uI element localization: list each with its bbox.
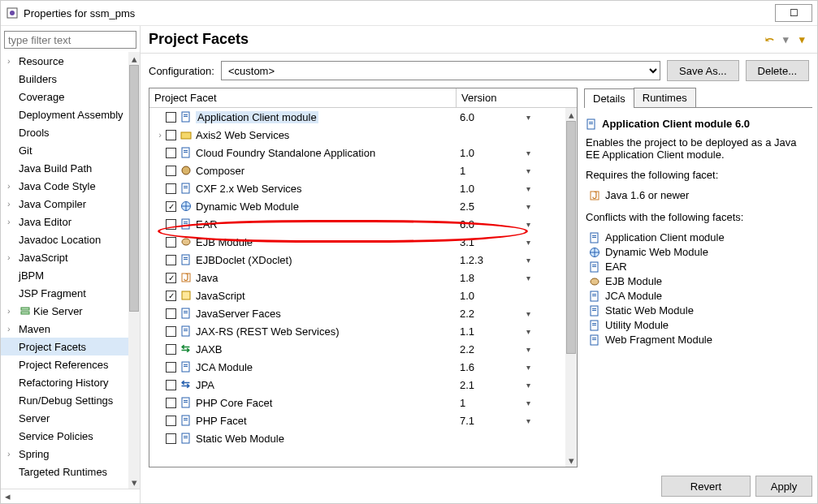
facet-checkbox[interactable] xyxy=(166,326,176,337)
version-dropdown-icon[interactable]: ▾ xyxy=(522,309,565,318)
version-dropdown-icon[interactable]: ▾ xyxy=(522,256,565,265)
facet-row[interactable]: JavaServer Faces2.2▾ xyxy=(149,304,565,322)
facet-checkbox[interactable] xyxy=(166,380,176,390)
version-dropdown-icon[interactable]: ▾ xyxy=(522,238,565,247)
nav-item[interactable]: Drools xyxy=(1,123,128,141)
facet-checkbox[interactable] xyxy=(166,255,176,265)
nav-scrollbar[interactable]: ▴ ▾ xyxy=(128,52,140,489)
nav-item[interactable]: Project Facets xyxy=(1,338,128,355)
nav-item[interactable]: Refactoring History xyxy=(1,373,128,391)
facet-checkbox[interactable] xyxy=(166,273,176,283)
nav-item[interactable]: ›Java Code Style xyxy=(1,177,128,195)
facet-column-version[interactable]: Version xyxy=(457,88,577,107)
facet-row[interactable]: JJava1.8▾ xyxy=(149,269,565,286)
version-dropdown-icon[interactable]: ▾ xyxy=(522,202,565,211)
facet-checkbox[interactable] xyxy=(166,416,176,426)
facet-row[interactable]: ⇆JAXB2.2▾ xyxy=(149,340,565,358)
facet-row[interactable]: Dynamic Web Module2.5▾ xyxy=(149,197,565,215)
facet-checkbox[interactable] xyxy=(166,308,176,319)
apply-button[interactable]: Apply xyxy=(755,476,812,497)
nav-item[interactable]: Deployment Assembly xyxy=(1,106,128,123)
facet-row[interactable]: PHP Core Facet1▾ xyxy=(149,394,565,411)
facet-row[interactable]: JavaScript1.0 xyxy=(149,286,565,304)
nav-item[interactable]: Run/Debug Settings xyxy=(1,391,128,409)
nav-item[interactable]: ›Java Compiler xyxy=(1,195,128,213)
nav-item[interactable]: ›JavaScript xyxy=(1,248,128,266)
nav-item[interactable]: ›Kie Server xyxy=(1,302,128,320)
version-dropdown-icon[interactable]: ▾ xyxy=(522,363,565,372)
facet-row[interactable]: Application Client module6.0▾ xyxy=(149,108,565,126)
nav-item[interactable]: ›Resource xyxy=(1,52,128,70)
facet-checkbox[interactable] xyxy=(166,291,176,301)
scroll-up-icon[interactable]: ▴ xyxy=(128,52,140,65)
facet-row[interactable]: Cloud Foundry Standalone Application1.0▾ xyxy=(149,144,565,162)
tab-details[interactable]: Details xyxy=(584,88,634,108)
scroll-thumb[interactable] xyxy=(566,121,576,354)
facet-scrollbar[interactable]: ▴ ▾ xyxy=(565,108,577,467)
facet-checkbox[interactable] xyxy=(166,398,176,408)
nav-item[interactable]: ›Maven xyxy=(1,320,128,338)
version-dropdown-icon[interactable]: ▾ xyxy=(522,398,565,407)
facet-checkbox[interactable] xyxy=(166,362,176,373)
version-dropdown-icon[interactable]: ▾ xyxy=(522,381,565,390)
nav-item[interactable]: Coverage xyxy=(1,88,128,106)
facet-column-name[interactable]: Project Facet xyxy=(149,88,457,107)
nav-item[interactable]: ›Spring xyxy=(1,445,128,463)
version-dropdown-icon[interactable]: ▾ xyxy=(522,184,565,193)
nav-item[interactable]: Git xyxy=(1,141,128,159)
facet-checkbox[interactable] xyxy=(166,148,176,158)
version-dropdown-icon[interactable]: ▾ xyxy=(522,166,565,175)
facet-row[interactable]: ›Axis2 Web Services xyxy=(149,126,565,144)
facet-row[interactable]: Static Web Module xyxy=(149,429,565,447)
facet-row[interactable]: ⇆JPA2.1▾ xyxy=(149,376,565,394)
delete-button[interactable]: Delete... xyxy=(746,60,809,81)
version-dropdown-icon[interactable]: ▾ xyxy=(522,327,565,336)
nav-item[interactable]: Targeted Runtimes xyxy=(1,463,128,480)
facet-row[interactable]: PHP Facet7.1▾ xyxy=(149,411,565,429)
facet-row[interactable]: JAX-RS (REST Web Services)1.1▾ xyxy=(149,322,565,340)
facet-checkbox[interactable] xyxy=(166,201,176,212)
save-as-button[interactable]: Save As... xyxy=(667,60,739,81)
facet-checkbox[interactable] xyxy=(166,166,176,176)
hscroll-left-icon[interactable]: ◂ xyxy=(1,490,14,502)
facet-checkbox[interactable] xyxy=(166,112,176,123)
tab-runtimes[interactable]: Runtimes xyxy=(634,88,696,107)
facet-checkbox[interactable] xyxy=(166,219,176,230)
version-dropdown-icon[interactable]: ▾ xyxy=(522,416,565,425)
facet-row[interactable]: JCA Module1.6▾ xyxy=(149,358,565,376)
revert-button[interactable]: Revert xyxy=(661,476,751,497)
nav-item[interactable]: Service Policies xyxy=(1,427,128,445)
version-dropdown-icon[interactable]: ▾ xyxy=(522,113,565,122)
scroll-thumb[interactable] xyxy=(129,65,139,312)
version-dropdown-icon[interactable]: ▾ xyxy=(522,345,565,354)
facet-checkbox[interactable] xyxy=(166,237,176,248)
facet-row[interactable]: EJB Module3.1▾ xyxy=(149,233,565,251)
facet-row[interactable]: CXF 2.x Web Services1.0▾ xyxy=(149,179,565,197)
nav-item[interactable]: Project References xyxy=(1,355,128,373)
facet-checkbox[interactable] xyxy=(166,344,176,355)
version-dropdown-icon[interactable]: ▾ xyxy=(522,220,565,229)
history-back-icon[interactable]: ⤺ xyxy=(762,32,777,47)
history-forward-icon[interactable]: ▾ xyxy=(778,32,793,47)
window-maximize-button[interactable]: ☐ xyxy=(775,4,812,22)
facet-row[interactable]: EAR6.0▾ xyxy=(149,215,565,233)
scroll-down-icon[interactable]: ▾ xyxy=(128,476,140,489)
facet-checkbox[interactable] xyxy=(166,183,176,194)
facet-checkbox[interactable] xyxy=(166,433,176,444)
nav-item[interactable]: Server xyxy=(1,409,128,427)
version-dropdown-icon[interactable]: ▾ xyxy=(522,274,565,282)
facet-row[interactable]: Composer1▾ xyxy=(149,162,565,179)
version-dropdown-icon[interactable]: ▾ xyxy=(522,149,565,157)
nav-item[interactable]: jBPM xyxy=(1,266,128,284)
nav-item[interactable]: Javadoc Location xyxy=(1,230,128,248)
nav-item[interactable]: ›Java Editor xyxy=(1,213,128,230)
history-menu-icon[interactable]: ▾ xyxy=(794,32,809,47)
facet-checkbox[interactable] xyxy=(166,130,176,140)
nav-item[interactable]: JSP Fragment xyxy=(1,284,128,302)
filter-input[interactable] xyxy=(4,31,136,49)
facet-row[interactable]: EJBDoclet (XDoclet)1.2.3▾ xyxy=(149,251,565,269)
nav-item[interactable]: Java Build Path xyxy=(1,159,128,177)
configuration-select[interactable]: <custom> xyxy=(221,61,660,80)
scroll-down-icon[interactable]: ▾ xyxy=(565,454,577,467)
nav-item[interactable]: Builders xyxy=(1,70,128,88)
